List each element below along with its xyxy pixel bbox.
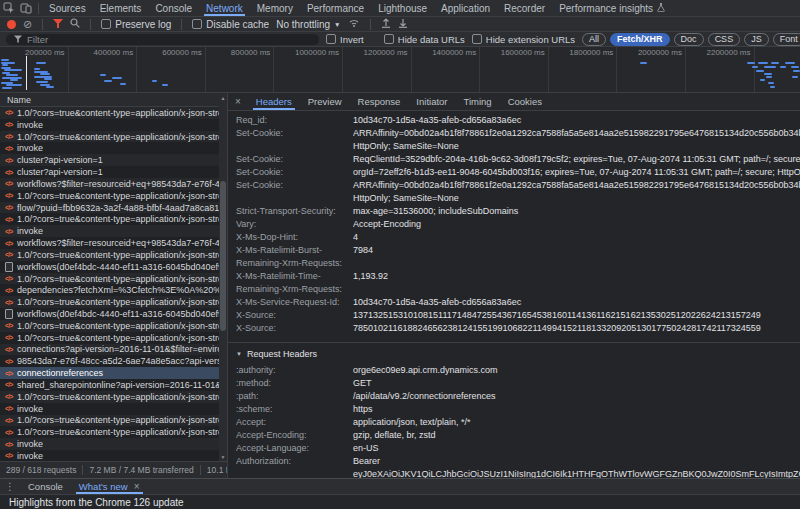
- request-row[interactable]: </>1.0/?cors=true&content-type=applicati…: [0, 249, 219, 261]
- request-row[interactable]: </>1.0/?cors=true&content-type=applicati…: [0, 107, 219, 119]
- tab-application[interactable]: Application: [434, 0, 497, 16]
- drawer-menu-icon[interactable]: ⋮: [0, 479, 20, 494]
- xhr-icon: </>: [5, 299, 13, 306]
- request-name: workflows(d0ef4bdc-4440-ef11-a316-6045bd…: [17, 262, 219, 272]
- drawer-tab-console[interactable]: Console: [20, 479, 71, 494]
- disable-cache-checkbox[interactable]: Disable cache: [192, 19, 269, 30]
- header-row: :scheme:https: [236, 403, 800, 416]
- request-row[interactable]: </>workflows?$filter=resourceid+eq+98543…: [0, 237, 219, 249]
- close-details-icon[interactable]: ×: [228, 93, 248, 110]
- request-row[interactable]: </>1.0/?cors=true&content-type=applicati…: [0, 273, 219, 285]
- filter-chip-doc[interactable]: Doc: [674, 33, 704, 46]
- details-tab-response[interactable]: Response: [350, 93, 409, 110]
- scrollbar-track[interactable]: [219, 101, 227, 454]
- name-column-header[interactable]: Name: [0, 93, 227, 107]
- requests-scrollbar[interactable]: ▲ ▼: [219, 93, 227, 462]
- clear-icon[interactable]: ⊘: [23, 19, 32, 30]
- filter-chip-fetch-xhr[interactable]: Fetch/XHR: [610, 33, 670, 46]
- record-button[interactable]: [7, 20, 16, 29]
- network-toolbar: ⊘ Preserve log Disable cache No throttli…: [0, 17, 800, 32]
- network-overview[interactable]: 200000 ms400000 ms600000 ms800000 ms1000…: [0, 47, 800, 93]
- request-name: 1.0/?cors=true&content-type=application/…: [17, 191, 219, 201]
- export-har-icon[interactable]: [398, 18, 408, 30]
- tab-sources[interactable]: Sources: [42, 0, 93, 16]
- request-row[interactable]: </>connections?api-version=2016-11-01&$f…: [0, 344, 219, 356]
- details-tab-preview[interactable]: Preview: [300, 93, 350, 110]
- request-row[interactable]: </>1.0/?cors=true&content-type=applicati…: [0, 296, 219, 308]
- hide-data-urls-checkbox[interactable]: Hide data URLs: [384, 34, 465, 45]
- request-row[interactable]: </>98543da7-e76f-48cc-a5d2-6ae74a8e5acc?…: [0, 355, 219, 367]
- details-tab-initiator[interactable]: Initiator: [408, 93, 455, 110]
- waterfall-activity-bar: [766, 76, 772, 78]
- request-row[interactable]: </>shared_sharepointonline?api-version=2…: [0, 379, 219, 391]
- tab-lighthouse[interactable]: Lighthouse: [371, 0, 434, 16]
- hide-data-urls-label: Hide data URLs: [398, 34, 465, 45]
- request-row[interactable]: </>1.0/?cors=true&content-type=applicati…: [0, 332, 219, 344]
- inspect-element-icon[interactable]: [3, 2, 15, 14]
- preserve-log-checkbox[interactable]: Preserve log: [101, 19, 171, 30]
- request-row[interactable]: </>invoke: [0, 403, 219, 415]
- tab-performance[interactable]: Performance: [300, 0, 371, 16]
- waterfall-activity-bar: [756, 70, 764, 72]
- request-row[interactable]: </>workflows?$filter=resourceid+eq+98543…: [0, 178, 219, 190]
- close-icon[interactable]: ×: [134, 481, 140, 492]
- details-tab-timing[interactable]: Timing: [456, 93, 500, 110]
- tab-console[interactable]: Console: [148, 0, 199, 16]
- request-row[interactable]: </>invoke: [0, 225, 219, 237]
- details-tab-cookies[interactable]: Cookies: [500, 93, 550, 110]
- header-row: Accept-Language:en-US: [236, 442, 800, 455]
- tab-recorder[interactable]: Recorder: [497, 0, 552, 16]
- import-har-icon[interactable]: [381, 18, 391, 30]
- tab-elements[interactable]: Elements: [93, 0, 149, 16]
- waterfall-activity-bar: [770, 86, 775, 88]
- filter-toggle-icon[interactable]: [53, 19, 63, 30]
- scroll-down-icon[interactable]: ▼: [221, 454, 226, 460]
- request-name: 1.0/?cors=true&content-type=application/…: [17, 214, 219, 224]
- tab-memory[interactable]: Memory: [250, 0, 300, 16]
- request-row[interactable]: workflows(d0ef4bdc-4440-ef11-a316-6045bd…: [0, 308, 219, 320]
- scrollbar-thumb[interactable]: [220, 181, 226, 331]
- filter-input[interactable]: [27, 34, 311, 45]
- filter-chip-js[interactable]: JS: [744, 33, 769, 46]
- tab-network[interactable]: Network: [199, 0, 250, 16]
- summary-item: 7.2 MB / 7.4 MB transferred: [83, 465, 200, 475]
- request-row[interactable]: </>1.0/?cors=true&content-type=applicati…: [0, 415, 219, 427]
- throttling-select[interactable]: No throttling ▼: [276, 19, 340, 30]
- request-row[interactable]: </>cluster?api-version=1: [0, 166, 219, 178]
- request-row[interactable]: workflows(d0ef4bdc-4440-ef11-a316-6045bd…: [0, 261, 219, 273]
- request-name: flow/?puid=fbb9632a-3a2f-4a88-bfbf-4aad7…: [17, 203, 219, 213]
- xhr-icon: </>: [5, 121, 13, 128]
- request-row[interactable]: </>1.0/?cors=true&content-type=applicati…: [0, 190, 219, 202]
- request-row[interactable]: </>dependencies?fetchXml=%3Cfetch%3E%0A%…: [0, 284, 219, 296]
- request-row[interactable]: </>flow/?puid=fbb9632a-3a2f-4a88-bfbf-4a…: [0, 202, 219, 214]
- xhr-icon: </>: [5, 334, 13, 341]
- search-icon[interactable]: [70, 18, 80, 30]
- invert-checkbox[interactable]: Invert: [326, 34, 364, 45]
- request-row[interactable]: </>connectionreferences: [0, 367, 219, 379]
- waterfall-activity-bar: [120, 83, 126, 85]
- details-tab-headers[interactable]: Headers: [248, 93, 300, 110]
- filter-chip-all[interactable]: All: [582, 33, 606, 46]
- drawer-tab-what-s-new[interactable]: What's new×: [71, 479, 148, 494]
- request-row[interactable]: </>cluster?api-version=1: [0, 154, 219, 166]
- hide-extension-urls-checkbox[interactable]: Hide extension URLs: [472, 34, 575, 45]
- request-row[interactable]: </>1.0/?cors=true&content-type=applicati…: [0, 426, 219, 438]
- request-row[interactable]: </>1.0/?cors=true&content-type=applicati…: [0, 131, 219, 143]
- request-name: invoke: [17, 120, 219, 130]
- network-conditions-icon[interactable]: [348, 18, 360, 30]
- waterfall-activity-bar: [152, 80, 157, 82]
- request-row[interactable]: </>invoke: [0, 119, 219, 131]
- request-row[interactable]: </>1.0/?cors=true&content-type=applicati…: [0, 213, 219, 225]
- request-row[interactable]: </>1.0/?cors=true&content-type=applicati…: [0, 320, 219, 332]
- request-row[interactable]: </>invoke: [0, 438, 219, 450]
- request-name: 1.0/?cors=true&content-type=application/…: [17, 274, 219, 284]
- request-row[interactable]: </>1.0/?cors=true&content-type=applicati…: [0, 391, 219, 403]
- request-row[interactable]: </>invoke: [0, 142, 219, 154]
- request-headers-section[interactable]: ▼ Request Headers: [228, 342, 800, 361]
- tab-performance-insights[interactable]: Performance insights: [552, 0, 672, 16]
- filter-chip-css[interactable]: CSS: [708, 33, 741, 46]
- xhr-icon: </>: [5, 228, 13, 235]
- flask-icon: [657, 3, 665, 14]
- device-toolbar-icon[interactable]: [20, 2, 32, 14]
- filter-chip-font[interactable]: Font: [773, 33, 800, 46]
